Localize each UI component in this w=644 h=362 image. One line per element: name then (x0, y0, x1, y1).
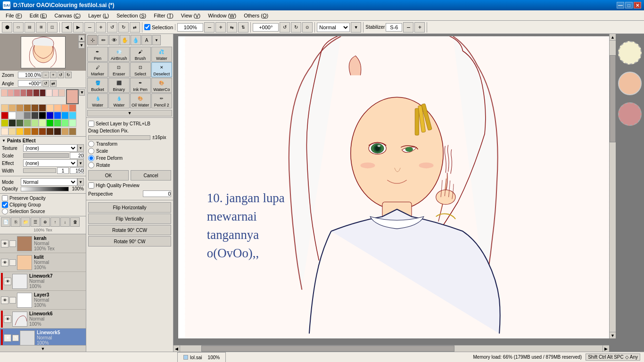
scale-radio[interactable] (88, 148, 94, 154)
color-r3-4[interactable] (24, 112, 31, 119)
stabilizer-input[interactable] (386, 23, 402, 32)
nav-scroll-down[interactable]: ▼ (78, 42, 85, 49)
color-s8[interactable] (46, 89, 52, 97)
oilwater-tool[interactable]: 🎨 Oil Water (130, 93, 151, 108)
bucket-tool[interactable]: 🪣 Bucket (87, 78, 108, 93)
close-button[interactable]: ✕ (634, 2, 641, 8)
color-r2-3[interactable] (16, 104, 24, 112)
menu-others[interactable]: Others (O) (240, 12, 272, 19)
layer-more-btn[interactable]: ☰ (31, 217, 40, 227)
marker-tool[interactable]: 🖊 Marker (87, 62, 108, 77)
color-r4-4[interactable] (24, 119, 31, 127)
layer-item-linework6[interactable]: 👁 Linework6 Normal 100% (0, 310, 86, 329)
nav-right[interactable]: ▶ (73, 22, 83, 33)
normal-select[interactable]: Normal (317, 23, 350, 32)
hscroll-left[interactable]: ◀ (173, 346, 180, 352)
vscroll-thumb[interactable] (610, 55, 616, 142)
layer-move-down-btn[interactable]: ↓ (60, 217, 70, 227)
layer-new-btn[interactable]: 📄 (1, 217, 10, 227)
width-max-input[interactable] (70, 167, 84, 174)
color-s1[interactable] (1, 89, 8, 97)
canvas-area[interactable]: 10. jangan lupa mewarnai tangannya o(OvO… (173, 34, 644, 352)
cancel-button[interactable]: Cancel (131, 170, 171, 181)
tool-btn-2[interactable]: ▭ (13, 22, 24, 33)
color-r4-5[interactable] (31, 119, 39, 127)
nav-zoom-in[interactable]: + (96, 22, 106, 33)
color-r5-5[interactable] (31, 128, 39, 135)
menu-filter[interactable]: Filter (T) (150, 12, 177, 19)
color-r3-10[interactable] (69, 112, 76, 119)
color-r4-7[interactable] (46, 119, 54, 127)
vscroll-down[interactable]: ▼ (610, 332, 616, 338)
nav-left[interactable]: ◀ (62, 22, 72, 33)
color-r4-6[interactable] (39, 119, 46, 127)
hscroll-right[interactable]: ▶ (603, 346, 609, 352)
color-r4-10[interactable] (69, 119, 76, 127)
stab-dec[interactable]: − (403, 22, 413, 33)
color-r2-8[interactable] (54, 104, 61, 112)
color-r3-3[interactable] (16, 112, 24, 119)
airbrush-tool[interactable]: 💨 AirBrush (108, 47, 129, 62)
rotate-90-ccw-btn[interactable]: Rotate 90° CCW (88, 225, 171, 235)
color-r5-6[interactable] (39, 128, 46, 135)
color-s3[interactable] (14, 89, 20, 97)
color-r2-6[interactable] (39, 104, 46, 112)
color-r4-8[interactable] (54, 119, 61, 127)
hscroll-thumb[interactable] (201, 346, 455, 352)
zoom-input[interactable] (177, 23, 203, 32)
text-tool-btn[interactable]: A (141, 35, 152, 45)
layer-lock-l3[interactable] (9, 297, 16, 304)
layer-vis-lw6[interactable]: 👁 (4, 315, 11, 323)
nav-rotate-r[interactable]: ↻ (118, 22, 129, 33)
layer-vis-l3[interactable]: 👁 (1, 296, 8, 304)
color-r5-10[interactable] (69, 128, 76, 135)
minimize-button[interactable]: — (617, 2, 624, 8)
select-layer-cb[interactable] (88, 121, 94, 127)
high-quality-cb[interactable] (88, 182, 94, 189)
expand-tool-btn[interactable]: ▼ (152, 35, 161, 45)
rotate-radio-label[interactable]: Rotate (88, 162, 171, 168)
menu-selection[interactable]: Selection (S) (113, 12, 150, 19)
vscroll-up[interactable]: ▲ (610, 34, 616, 41)
flip-v[interactable]: ⇅ (238, 22, 248, 33)
layer-merge-btn[interactable]: ⊕ (41, 217, 50, 227)
water2-tool[interactable]: 💧 Water (87, 93, 108, 108)
layer-lock-lw5[interactable]: ✎ (12, 335, 19, 341)
pencil2-tool[interactable]: ✏ Pencil 2 (151, 93, 172, 108)
color-s2[interactable] (8, 89, 14, 97)
selection-source-radio[interactable] (2, 208, 8, 214)
clipping-group-cb[interactable] (2, 202, 8, 208)
nav-flip[interactable]: ⇄ (130, 22, 140, 33)
color-r5-9[interactable] (61, 128, 69, 135)
swatch-peach[interactable] (618, 72, 642, 95)
transform-radio-label[interactable]: Transform (88, 141, 171, 147)
current-color-swatch[interactable] (66, 89, 79, 104)
zoom-value-input[interactable] (18, 72, 41, 78)
zoom-minus-btn[interactable]: − (42, 72, 49, 78)
select-layer-cb-label[interactable]: Select Layer by CTRL+LB (88, 121, 171, 127)
color-r3-2[interactable] (8, 112, 16, 119)
color-r3-7[interactable] (46, 112, 54, 119)
color-s7[interactable] (40, 89, 46, 97)
zoom-rot-l[interactable]: ↺ (58, 72, 64, 78)
transform-radio[interactable] (88, 141, 94, 147)
selection-source-label[interactable]: Selection Source (2, 208, 84, 214)
color-r5-3[interactable] (16, 128, 24, 135)
vscroll-track[interactable] (610, 41, 616, 332)
layer-move-up-btn[interactable]: ↑ (50, 217, 60, 227)
color-r5-7[interactable] (46, 128, 54, 135)
select-tool[interactable]: ⊡ Select (130, 62, 151, 77)
hscroll-track[interactable] (180, 346, 603, 352)
zoom-inc[interactable]: + (215, 22, 226, 33)
width-value-input[interactable] (57, 167, 69, 174)
tool-btn-4[interactable]: ⊞ (36, 22, 46, 33)
color-r2-1[interactable] (1, 104, 8, 112)
eye-tool-btn[interactable]: 👁 (109, 35, 119, 45)
zoom-plus-btn[interactable]: + (50, 72, 57, 78)
deselect-tool[interactable]: ✕ Deselect (151, 62, 172, 77)
swatch-rose[interactable] (618, 102, 642, 126)
preserve-opacity-cb[interactable] (2, 195, 8, 201)
menu-canvas[interactable]: Canvas (C) (51, 12, 85, 19)
color-r2-9[interactable] (61, 104, 69, 112)
menu-edit[interactable]: Edit (E) (26, 12, 51, 19)
